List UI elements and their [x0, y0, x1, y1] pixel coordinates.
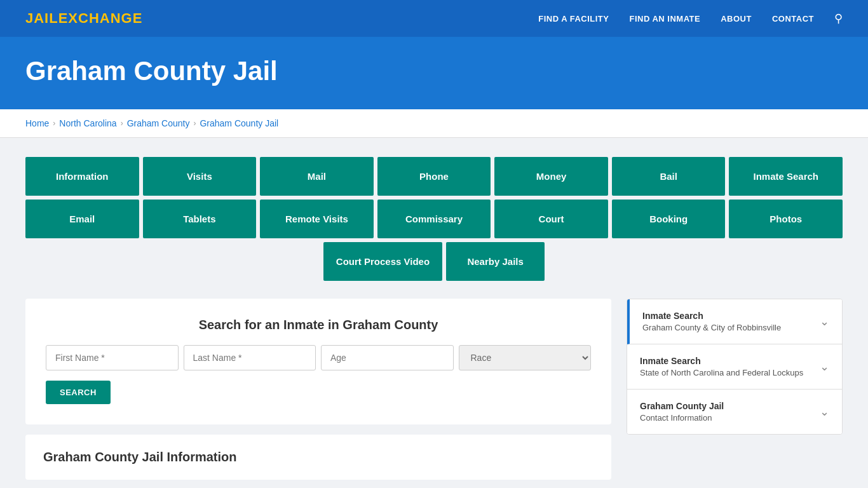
main-content: Information Visits Mail Phone Money Bail… [0, 138, 868, 488]
info-title: Graham County Jail Information [43, 450, 593, 464]
btn-money[interactable]: Money [494, 157, 608, 196]
btn-information[interactable]: Information [25, 157, 139, 196]
breadcrumb-nc[interactable]: North Carolina [59, 118, 116, 128]
content-row: Search for an Inmate in Graham County Ra… [25, 299, 843, 480]
sidebar-item-title-2: Graham County Jail [640, 401, 724, 411]
chevron-down-icon-0: ⌄ [820, 315, 829, 329]
logo-jail: JAIL [25, 10, 58, 26]
search-fields: Race White Black Hispanic Asian Other [46, 345, 591, 370]
header: JAILEXCHANGE FIND A FACILITY FIND AN INM… [0, 0, 868, 37]
info-section: Graham County Jail Information [25, 435, 611, 480]
logo[interactable]: JAILEXCHANGE [25, 10, 142, 27]
breadcrumb-graham[interactable]: Graham County [127, 118, 190, 128]
grid-row-1: Information Visits Mail Phone Money Bail… [25, 157, 843, 196]
breadcrumb-home[interactable]: Home [25, 118, 49, 128]
btn-visits[interactable]: Visits [143, 157, 257, 196]
age-input[interactable] [321, 345, 454, 370]
left-column: Search for an Inmate in Graham County Ra… [25, 299, 611, 480]
btn-phone[interactable]: Phone [377, 157, 491, 196]
sidebar-item-subtitle-0: Graham County & City of Robbinsville [642, 323, 781, 332]
btn-nearby-jails[interactable]: Nearby Jails [446, 242, 545, 281]
nav-contact[interactable]: CONTACT [772, 14, 814, 24]
btn-email[interactable]: Email [25, 200, 139, 238]
inmate-search-box: Search for an Inmate in Graham County Ra… [25, 299, 611, 424]
btn-remote-visits[interactable]: Remote Visits [260, 200, 374, 238]
last-name-input[interactable] [184, 345, 316, 370]
page-title: Graham County Jail [25, 56, 843, 86]
breadcrumb-sep-3: › [193, 119, 196, 128]
btn-booking[interactable]: Booking [612, 200, 726, 238]
sidebar-item-subtitle-2: Contact Information [640, 413, 724, 423]
logo-exchange: EXCHANGE [58, 10, 143, 26]
sidebar-item-title-0: Inmate Search [642, 311, 781, 321]
sidebar-item-subtitle-1: State of North Carolina and Federal Lock… [640, 368, 803, 377]
sidebar: Inmate Search Graham County & City of Ro… [627, 299, 843, 435]
race-select[interactable]: Race White Black Hispanic Asian Other [459, 345, 592, 370]
breadcrumb-sep-2: › [121, 119, 123, 128]
main-nav: FIND A FACILITY FIND AN INMATE ABOUT CON… [538, 11, 843, 25]
btn-tablets[interactable]: Tablets [143, 200, 257, 238]
search-title: Search for an Inmate in Graham County [46, 318, 591, 332]
sidebar-item-text-1: Inmate Search State of North Carolina an… [640, 356, 803, 377]
nav-find-inmate[interactable]: FIND AN INMATE [629, 14, 700, 24]
chevron-down-icon-2: ⌄ [820, 405, 829, 419]
btn-inmate-search[interactable]: Inmate Search [729, 157, 843, 196]
chevron-down-icon-1: ⌄ [820, 360, 829, 374]
btn-court-process-video[interactable]: Court Process Video [323, 242, 442, 281]
sidebar-item-2[interactable]: Graham County Jail Contact Information ⌄ [627, 390, 842, 434]
sidebar-item-text-0: Inmate Search Graham County & City of Ro… [642, 311, 781, 332]
sidebar-item-0[interactable]: Inmate Search Graham County & City of Ro… [627, 299, 842, 344]
sidebar-item-title-1: Inmate Search [640, 356, 803, 366]
btn-photos[interactable]: Photos [729, 200, 843, 238]
breadcrumb-sep-1: › [53, 119, 55, 128]
btn-mail[interactable]: Mail [260, 157, 374, 196]
breadcrumb-bar: Home › North Carolina › Graham County › … [0, 109, 868, 138]
nav-about[interactable]: ABOUT [721, 14, 752, 24]
grid-row-3: Court Process Video Nearby Jails [25, 242, 843, 281]
first-name-input[interactable] [46, 345, 179, 370]
nav-find-facility[interactable]: FIND A FACILITY [538, 14, 609, 24]
btn-court[interactable]: Court [494, 200, 608, 238]
breadcrumb-current: Graham County Jail [200, 118, 278, 128]
grid-row-2: Email Tablets Remote Visits Commissary C… [25, 200, 843, 238]
btn-bail[interactable]: Bail [612, 157, 726, 196]
feature-grid: Information Visits Mail Phone Money Bail… [25, 157, 843, 281]
breadcrumb: Home › North Carolina › Graham County › … [25, 118, 843, 128]
search-icon[interactable]: ⚲ [834, 11, 843, 25]
sidebar-item-1[interactable]: Inmate Search State of North Carolina an… [627, 344, 842, 390]
btn-commissary[interactable]: Commissary [377, 200, 491, 238]
sidebar-item-text-2: Graham County Jail Contact Information [640, 401, 724, 423]
search-submit-button[interactable]: SEARCH [46, 381, 111, 404]
hero-section: Graham County Jail [0, 37, 868, 109]
